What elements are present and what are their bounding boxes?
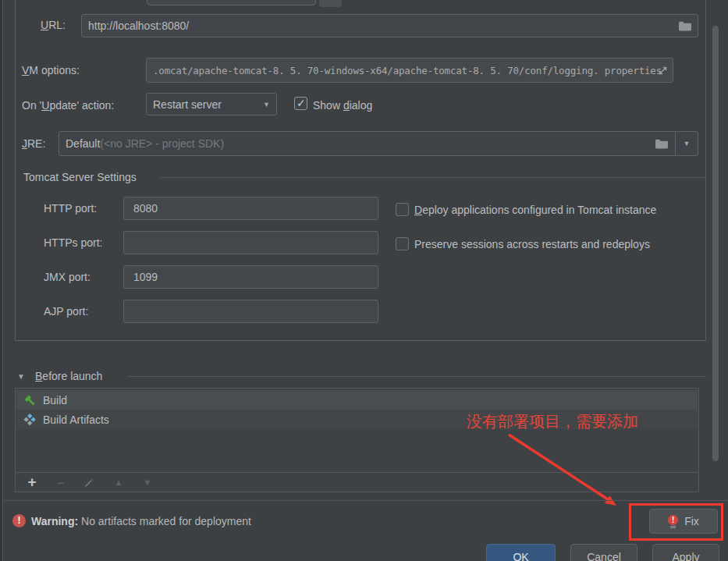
jre-label: JRE: bbox=[22, 137, 45, 150]
http-port-label: HTTP port: bbox=[44, 202, 97, 215]
list-item-label: Build Artifacts bbox=[43, 414, 109, 426]
deploy-applications-checkbox[interactable] bbox=[396, 203, 409, 216]
jmx-port-value: 1099 bbox=[133, 271, 158, 283]
chevron-down-icon: ▼ bbox=[263, 101, 270, 108]
folder-icon[interactable] bbox=[655, 139, 675, 149]
move-down-button[interactable]: ▼ bbox=[141, 478, 154, 487]
cancel-button[interactable]: Cancel bbox=[570, 544, 637, 561]
jre-value-detail: (<no JRE> - project SDK) bbox=[100, 137, 224, 150]
annotation-note: 没有部署项目，需要添加 bbox=[467, 411, 638, 432]
before-launch-list: Build Build Artifacts + − ▲ ▼ bbox=[15, 388, 699, 492]
update-action-select[interactable]: Restart server ▼ bbox=[146, 93, 277, 115]
ajp-port-label: AJP port: bbox=[44, 305, 88, 318]
move-up-button[interactable]: ▲ bbox=[112, 478, 125, 487]
edit-button[interactable] bbox=[83, 478, 96, 488]
url-input[interactable]: http://localhost:8080/ bbox=[81, 14, 698, 37]
group-separator bbox=[127, 376, 706, 377]
expand-icon[interactable] bbox=[658, 66, 668, 76]
preserve-sessions-label[interactable]: Preserve sessions across restarts and re… bbox=[414, 238, 650, 250]
apply-button[interactable]: Apply bbox=[652, 544, 719, 561]
hammer-icon bbox=[23, 394, 36, 407]
fix-button-label: Fix bbox=[684, 515, 699, 527]
jmx-port-input[interactable]: 1099 bbox=[123, 265, 378, 289]
show-dialog-label[interactable]: Show dialog bbox=[313, 99, 372, 112]
http-port-input[interactable]: 8080 bbox=[123, 197, 378, 220]
list-toolbar: + − ▲ ▼ bbox=[16, 472, 698, 492]
vm-options-value: .omcat/apache-tomcat-8. 5. 70-windows-x6… bbox=[153, 65, 662, 76]
tomcat-settings-title: Tomcat Server Settings bbox=[23, 171, 137, 183]
vm-options-input[interactable]: .omcat/apache-tomcat-8. 5. 70-windows-x6… bbox=[146, 58, 673, 83]
cropped-top-button[interactable] bbox=[319, 0, 342, 7]
scrollbar[interactable] bbox=[712, 26, 719, 461]
vm-options-label: VM options: bbox=[22, 64, 80, 76]
https-port-label: HTTPs port: bbox=[44, 236, 102, 249]
url-value: http://localhost:8080/ bbox=[88, 20, 189, 32]
footer-separator bbox=[4, 500, 728, 501]
update-action-label: On 'Update' action: bbox=[22, 99, 114, 112]
folder-icon[interactable] bbox=[679, 21, 691, 31]
https-port-input[interactable] bbox=[123, 231, 378, 254]
ajp-port-input[interactable] bbox=[123, 300, 378, 323]
show-dialog-checkbox[interactable] bbox=[294, 97, 307, 110]
list-item-build[interactable]: Build bbox=[16, 390, 698, 410]
add-button[interactable]: + bbox=[26, 477, 38, 488]
artifact-icon bbox=[23, 414, 36, 426]
jmx-port-label: JMX port: bbox=[44, 271, 91, 283]
collapse-triangle-icon[interactable]: ▼ bbox=[17, 372, 25, 381]
fix-button[interactable]: ! Fix bbox=[649, 509, 718, 534]
update-action-value: Restart server bbox=[153, 98, 222, 111]
warning-text: Warning: No artifacts marked for deploym… bbox=[31, 515, 251, 527]
run-configuration-dialog: URL: http://localhost:8080/ VM options: … bbox=[0, 0, 728, 561]
before-launch-title[interactable]: Before launch bbox=[35, 370, 102, 382]
jre-value-main: Default bbox=[66, 137, 100, 150]
cropped-top-input[interactable] bbox=[147, 0, 316, 5]
bulb-warning-icon: ! bbox=[668, 515, 678, 528]
warning-icon: ! bbox=[12, 514, 26, 527]
deploy-applications-label[interactable]: Deploy applications configured in Tomcat… bbox=[414, 204, 656, 216]
group-separator bbox=[161, 177, 705, 178]
preserve-sessions-checkbox[interactable] bbox=[396, 237, 409, 250]
jre-select[interactable]: Default (<no JRE> - project SDK) ▼ bbox=[59, 131, 698, 156]
chevron-down-icon[interactable]: ▼ bbox=[675, 132, 698, 155]
http-port-value: 8080 bbox=[133, 202, 158, 215]
list-item-label: Build bbox=[43, 394, 67, 407]
ok-button[interactable]: OK bbox=[486, 544, 556, 561]
remove-button[interactable]: − bbox=[55, 476, 67, 489]
dialog-left-edge bbox=[0, 0, 3, 561]
url-label: URL: bbox=[41, 19, 66, 31]
